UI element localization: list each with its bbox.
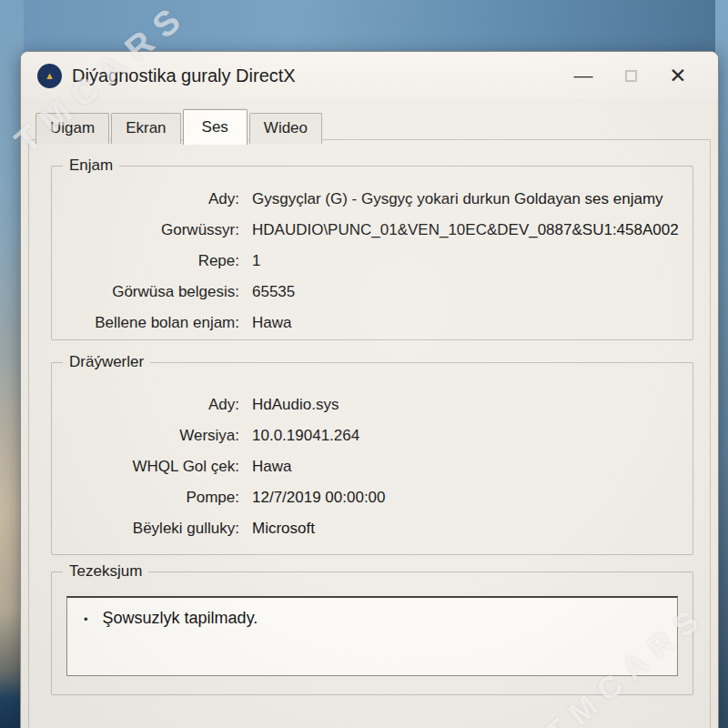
background-sky bbox=[0, 0, 728, 53]
field-label: Wersiya: bbox=[61, 423, 239, 454]
maximize-icon bbox=[625, 70, 637, 82]
field-value: Hawa bbox=[252, 310, 683, 341]
tab-ulgam[interactable]: Ulgam bbox=[35, 113, 109, 144]
directx-diagnostic-icon: ▲ bbox=[37, 64, 62, 88]
dxdiag-window: ▲ Diýagnostika guraly DirectX — ✕ Ulgam … bbox=[20, 51, 719, 728]
field-value: Gysgyçlar (G) - Gysgyç yokari durkun Gol… bbox=[252, 187, 683, 217]
tab-content-panel: Enjam Ady: Gysgyçlar (G) - Gysgyç yokari… bbox=[28, 139, 711, 728]
directx-icon-glyph: ▲ bbox=[45, 71, 55, 81]
device-groupbox: Enjam Ady: Gysgyçlar (G) - Gysgyç yokari… bbox=[51, 166, 693, 340]
field-value: Hawa bbox=[252, 454, 683, 485]
tab-wideo[interactable]: Wideo bbox=[249, 113, 322, 144]
field-label: Gorwüssyr: bbox=[61, 217, 239, 248]
field-label: Repe: bbox=[61, 248, 239, 279]
notes-textbox[interactable]: • Şowsuzlyk tapilmady. bbox=[66, 596, 678, 676]
field-value: Microsoft bbox=[252, 516, 683, 547]
title-bar: ▲ Diýagnostika guraly DirectX — ✕ bbox=[21, 52, 718, 99]
field-label: Görwüsa belgesis: bbox=[61, 279, 239, 310]
device-groupbox-title: Enjam bbox=[63, 157, 119, 175]
notes-message: Şowsuzlyk tapilmady. bbox=[103, 609, 258, 628]
field-label: Ady: bbox=[61, 392, 239, 423]
field-label: Bellene bolan enjam: bbox=[61, 310, 239, 341]
field-value: HdAudio.sys bbox=[252, 392, 683, 423]
field-label: WHQL Gol çek: bbox=[61, 454, 239, 485]
minimize-button[interactable]: — bbox=[560, 65, 607, 86]
field-value: 10.0.19041.264 bbox=[252, 423, 683, 454]
field-value: 12/7/2019 00:00:00 bbox=[252, 485, 683, 516]
drivers-groupbox: Dräýwerler Ady: HdAudio.sys Wersiya: 10.… bbox=[51, 362, 693, 555]
field-value: 65535 bbox=[252, 279, 683, 310]
bullet-icon: • bbox=[84, 612, 88, 626]
field-label: Pompe: bbox=[61, 485, 239, 516]
close-button[interactable]: ✕ bbox=[654, 64, 702, 88]
field-value: HDAUDIO\PUNC_01&VEN_10EC&DEV_0887&SU1:45… bbox=[252, 217, 683, 248]
field-value: 1 bbox=[252, 248, 683, 279]
window-controls: — ✕ bbox=[560, 64, 702, 88]
notes-groupbox-title: Tezeksjum bbox=[63, 562, 148, 581]
maximize-button[interactable] bbox=[607, 70, 654, 82]
tab-strip: Ulgam Ekran Ses Wideo bbox=[35, 108, 324, 144]
field-label: Ady: bbox=[61, 187, 239, 217]
driver-fields: Ady: HdAudio.sys Wersiya: 10.0.19041.264… bbox=[52, 363, 693, 547]
tab-ekran[interactable]: Ekran bbox=[111, 113, 180, 144]
window-title: Diýagnostika guraly DirectX bbox=[72, 66, 560, 86]
device-fields: Ady: Gysgyçlar (G) - Gysgyç yokari durku… bbox=[52, 167, 693, 341]
notes-groupbox: Tezeksjum • Şowsuzlyk tapilmady. bbox=[51, 571, 693, 695]
tab-ses[interactable]: Ses bbox=[183, 109, 248, 145]
field-label: Bëyleki gulluky: bbox=[61, 516, 239, 547]
drivers-groupbox-title: Dräýwerler bbox=[63, 353, 150, 371]
